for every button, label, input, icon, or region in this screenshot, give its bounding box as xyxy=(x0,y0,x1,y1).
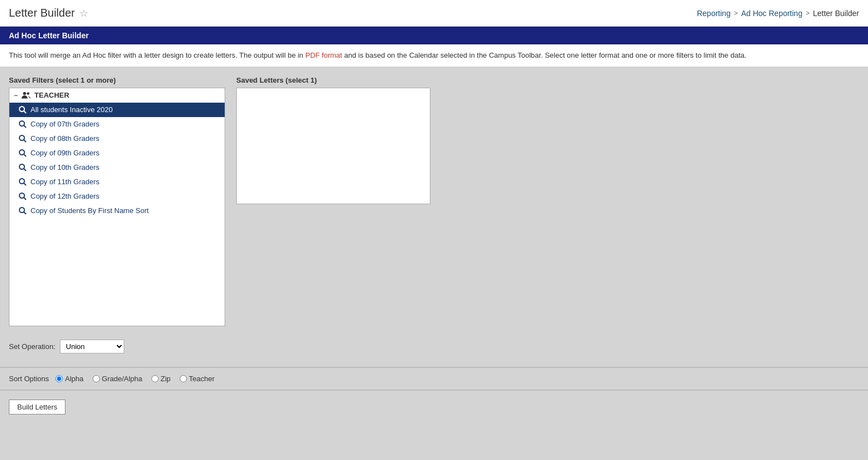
svg-point-2 xyxy=(19,107,24,112)
svg-point-0 xyxy=(23,92,26,94)
sort-label-zip: Zip xyxy=(161,375,171,383)
filter-item[interactable]: Copy of 09th Graders xyxy=(9,146,225,160)
search-icon xyxy=(18,149,27,158)
sort-radio-alpha[interactable] xyxy=(55,375,63,382)
breadcrumb-sep-2: > xyxy=(806,9,810,17)
filters-panel: Saved Filters (select 1 or more) − TEACH… xyxy=(9,76,225,358)
svg-point-10 xyxy=(19,164,24,169)
breadcrumb-sep-1: > xyxy=(734,9,738,17)
main-content: Saved Filters (select 1 or more) − TEACH… xyxy=(0,67,868,367)
search-icon xyxy=(18,192,27,201)
section-header-text: Ad Hoc Letter Builder xyxy=(9,31,89,40)
svg-line-13 xyxy=(24,183,26,185)
panels: Saved Filters (select 1 or more) − TEACH… xyxy=(9,76,859,358)
svg-point-8 xyxy=(19,150,24,155)
favorite-icon[interactable]: ☆ xyxy=(79,7,88,19)
sort-option-zip[interactable]: Zip xyxy=(151,375,171,383)
collapse-icon[interactable]: − xyxy=(14,92,18,99)
filters-list: − TEACHER All students Inactiv xyxy=(9,88,225,326)
breadcrumb-adhoc[interactable]: Ad Hoc Reporting xyxy=(741,9,803,18)
breadcrumb-current: Letter Builder xyxy=(813,9,859,18)
filter-item-text: All students Inactive 2020 xyxy=(31,105,113,114)
filter-item-text: Copy of 10th Graders xyxy=(31,163,99,171)
search-icon xyxy=(18,105,27,114)
filter-item-text: Copy of 12th Graders xyxy=(31,192,99,200)
svg-line-17 xyxy=(24,212,26,214)
svg-line-9 xyxy=(24,154,26,156)
filter-item[interactable]: Copy of 11th Graders xyxy=(9,175,225,189)
section-header: Ad Hoc Letter Builder xyxy=(0,27,868,44)
filters-panel-label: Saved Filters (select 1 or more) xyxy=(9,76,225,84)
sort-label-teacher: Teacher xyxy=(189,375,215,383)
svg-point-16 xyxy=(19,208,24,213)
filter-item[interactable]: Copy of 07th Graders xyxy=(9,117,225,132)
letters-panel: Saved Letters (select 1) xyxy=(236,76,859,204)
letters-box xyxy=(236,88,430,204)
header: Letter Builder ☆ Reporting > Ad Hoc Repo… xyxy=(0,0,868,27)
filter-item-text: Copy of 11th Graders xyxy=(31,178,99,186)
info-highlight: PDF format xyxy=(305,51,342,59)
search-icon xyxy=(18,206,27,215)
set-operation-label: Set Operation: xyxy=(9,342,55,351)
sort-radio-grade-alpha[interactable] xyxy=(93,375,100,382)
sort-label-alpha: Alpha xyxy=(65,375,83,383)
page-title: Letter Builder ☆ xyxy=(9,7,88,19)
search-icon xyxy=(18,120,27,129)
sort-radio-zip[interactable] xyxy=(151,375,159,382)
sort-radio-teacher[interactable] xyxy=(180,375,187,382)
page-title-text: Letter Builder xyxy=(9,7,75,19)
sort-option-grade-alpha[interactable]: Grade/Alpha xyxy=(93,375,143,383)
svg-line-11 xyxy=(24,169,26,171)
filter-item[interactable]: Copy of 10th Graders xyxy=(9,160,225,175)
filter-item-text: Copy of Students By First Name Sort xyxy=(31,206,149,215)
filter-item[interactable]: Copy of 08th Graders xyxy=(9,132,225,146)
search-icon xyxy=(18,134,27,143)
svg-line-3 xyxy=(24,111,26,113)
svg-point-1 xyxy=(27,92,29,95)
svg-line-5 xyxy=(24,125,26,128)
footer-row: Build Letters xyxy=(0,391,868,423)
search-icon xyxy=(18,178,27,186)
build-letters-button[interactable]: Build Letters xyxy=(9,400,65,414)
svg-point-4 xyxy=(19,121,24,126)
svg-point-12 xyxy=(19,179,24,184)
filter-item-text: Copy of 07th Graders xyxy=(31,120,99,128)
svg-point-6 xyxy=(19,135,24,140)
teacher-group-label: TEACHER xyxy=(34,91,69,99)
info-text-before: This tool will merge an Ad Hoc filter wi… xyxy=(9,51,305,59)
people-icon xyxy=(21,90,31,100)
breadcrumb-reporting[interactable]: Reporting xyxy=(697,9,730,18)
set-operation-row: Set Operation: Union Intersection xyxy=(9,335,225,358)
info-bar: This tool will merge an Ad Hoc filter wi… xyxy=(0,44,868,67)
breadcrumb: Reporting > Ad Hoc Reporting > Letter Bu… xyxy=(697,9,859,18)
filter-item[interactable]: Copy of Students By First Name Sort xyxy=(9,204,225,218)
filter-item[interactable]: All students Inactive 2020 xyxy=(9,103,225,117)
svg-point-14 xyxy=(19,193,24,198)
sort-option-teacher[interactable]: Teacher xyxy=(180,375,215,383)
filter-item-text: Copy of 08th Graders xyxy=(31,134,99,143)
info-text-after: and is based on the Calendar selected in… xyxy=(342,51,747,59)
letters-panel-label: Saved Letters (select 1) xyxy=(236,76,859,84)
search-icon xyxy=(18,163,27,172)
filter-item[interactable]: Copy of 12th Graders xyxy=(9,189,225,204)
sort-label-grade-alpha: Grade/Alpha xyxy=(102,375,143,383)
svg-line-15 xyxy=(24,198,26,200)
set-operation-select[interactable]: Union Intersection xyxy=(60,340,124,353)
sort-options-row: Sort Options Alpha Grade/Alpha Zip Teach… xyxy=(0,367,868,390)
filter-item-text: Copy of 09th Graders xyxy=(31,149,99,157)
sort-options-label: Sort Options xyxy=(9,375,49,383)
svg-line-7 xyxy=(24,140,26,142)
teacher-group-row[interactable]: − TEACHER xyxy=(9,88,225,103)
sort-option-alpha[interactable]: Alpha xyxy=(55,375,83,383)
